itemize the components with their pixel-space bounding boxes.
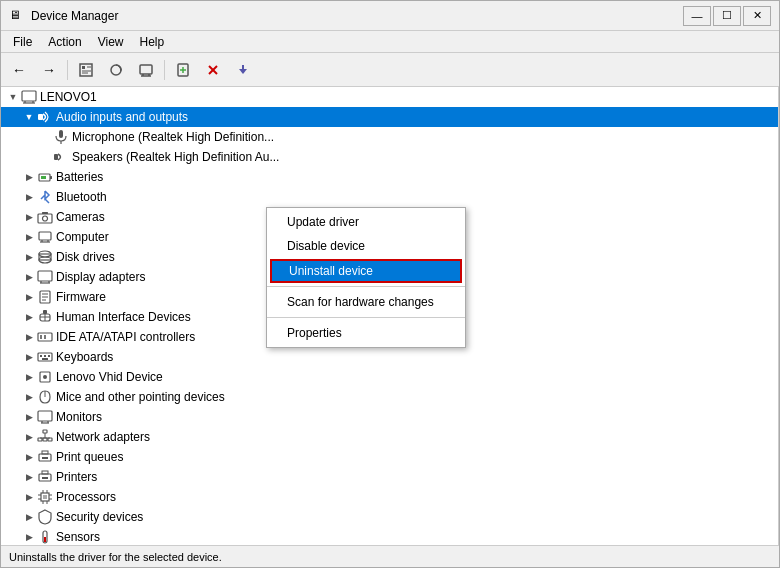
- ctx-separator-2: [267, 317, 465, 318]
- minimize-button[interactable]: —: [683, 6, 711, 26]
- svg-rect-58: [42, 358, 48, 360]
- svg-rect-55: [40, 355, 42, 357]
- expand-display[interactable]: ▶: [21, 269, 37, 285]
- tree-label-disk: Disk drives: [56, 250, 115, 264]
- menu-help[interactable]: Help: [132, 33, 173, 51]
- ctx-scan-changes[interactable]: Scan for hardware changes: [267, 290, 465, 314]
- printers-icon: [37, 469, 53, 485]
- expand-disk[interactable]: ▶: [21, 249, 37, 265]
- expand-computer[interactable]: ▶: [21, 229, 37, 245]
- expand-firmware[interactable]: ▶: [21, 289, 37, 305]
- tree-item-microphone[interactable]: ▶ Microphone (Realtek High Definition...: [1, 127, 778, 147]
- expand-print-queues[interactable]: ▶: [21, 449, 37, 465]
- expand-ide[interactable]: ▶: [21, 329, 37, 345]
- toolbar-update-button[interactable]: [229, 57, 257, 83]
- expand-mice[interactable]: ▶: [21, 389, 37, 405]
- close-button[interactable]: ✕: [743, 6, 771, 26]
- tree-label-audio: Audio inputs and outputs: [56, 110, 188, 124]
- expand-security[interactable]: ▶: [21, 509, 37, 525]
- tree-item-printers[interactable]: ▶ Printers: [1, 467, 778, 487]
- tree-label-printers: Printers: [56, 470, 97, 484]
- keyboard-icon: [37, 349, 53, 365]
- menu-bar: File Action View Help: [1, 31, 779, 53]
- tree-item-security[interactable]: ▶ Security devices: [1, 507, 778, 527]
- firmware-icon: [37, 289, 53, 305]
- expand-audio[interactable]: ▼: [21, 109, 37, 125]
- tree-item-lenovo1[interactable]: ▼ LENOVO1: [1, 87, 778, 107]
- expand-lenovo-vhid[interactable]: ▶: [21, 369, 37, 385]
- svg-rect-0: [80, 64, 92, 76]
- maximize-button[interactable]: ☐: [713, 6, 741, 26]
- tree-label-security: Security devices: [56, 510, 143, 524]
- tree-item-monitors[interactable]: ▶ Monitors: [1, 407, 778, 427]
- tree-item-print-queues[interactable]: ▶ Print queues: [1, 447, 778, 467]
- menu-action[interactable]: Action: [40, 33, 89, 51]
- tree-item-processors[interactable]: ▶ Processors: [1, 487, 778, 507]
- tree-item-bluetooth[interactable]: ▶ Bluetooth: [1, 187, 778, 207]
- tree-item-speakers[interactable]: ▶ Speakers (Realtek High Definition Au..…: [1, 147, 778, 167]
- svg-rect-27: [50, 176, 52, 179]
- svg-rect-17: [242, 65, 244, 70]
- hid-icon: [37, 309, 53, 325]
- expand-monitors[interactable]: ▶: [21, 409, 37, 425]
- svg-rect-52: [40, 335, 42, 339]
- tree-item-keyboards[interactable]: ▶ Keyboards: [1, 347, 778, 367]
- tree-item-batteries[interactable]: ▶ Batteries: [1, 167, 778, 187]
- svg-rect-66: [43, 430, 47, 433]
- tree-panel[interactable]: ▼ LENOVO1 ▼ Audio inputs and outputs ▶: [1, 87, 779, 545]
- tree-item-audio[interactable]: ▼ Audio inputs and outputs: [1, 107, 778, 127]
- ctx-uninstall-device[interactable]: Uninstall device: [270, 259, 462, 283]
- tree-label-lenovo-vhid: Lenovo Vhid Device: [56, 370, 163, 384]
- cameras-icon: [37, 209, 53, 225]
- computer-icon: [21, 89, 37, 105]
- tree-label-mice: Mice and other pointing devices: [56, 390, 225, 404]
- title-bar-buttons: — ☐ ✕: [683, 6, 771, 26]
- svg-rect-62: [38, 411, 52, 421]
- expand-bluetooth[interactable]: ▶: [21, 189, 37, 205]
- expand-lenovo1[interactable]: ▼: [5, 89, 21, 105]
- tree-item-sensors[interactable]: ▶ Sensors: [1, 527, 778, 545]
- svg-rect-18: [22, 91, 36, 101]
- ctx-update-driver[interactable]: Update driver: [267, 210, 465, 234]
- tree-item-network[interactable]: ▶ Network adapters: [1, 427, 778, 447]
- toolbar-scan-button[interactable]: [102, 57, 130, 83]
- tree-label-print-queues: Print queues: [56, 450, 123, 464]
- tree-label-display: Display adapters: [56, 270, 145, 284]
- menu-view[interactable]: View: [90, 33, 132, 51]
- tree-label-bluetooth: Bluetooth: [56, 190, 107, 204]
- expand-printers[interactable]: ▶: [21, 469, 37, 485]
- ctx-disable-device[interactable]: Disable device: [267, 234, 465, 258]
- toolbar-add-button[interactable]: [169, 57, 197, 83]
- expand-processors[interactable]: ▶: [21, 489, 37, 505]
- tree-label-processors: Processors: [56, 490, 116, 504]
- tree-item-lenovo-vhid[interactable]: ▶ Lenovo Vhid Device: [1, 367, 778, 387]
- svg-rect-7: [140, 65, 152, 74]
- svg-rect-78: [42, 477, 48, 479]
- expand-batteries[interactable]: ▶: [21, 169, 37, 185]
- menu-file[interactable]: File: [5, 33, 40, 51]
- expand-cameras[interactable]: ▶: [21, 209, 37, 225]
- expand-network[interactable]: ▶: [21, 429, 37, 445]
- processors-icon: [37, 489, 53, 505]
- expand-keyboards[interactable]: ▶: [21, 349, 37, 365]
- svg-rect-77: [42, 471, 48, 474]
- toolbar-back-button[interactable]: ←: [5, 57, 33, 83]
- tree-label-firmware: Firmware: [56, 290, 106, 304]
- toolbar-remove-button[interactable]: [199, 57, 227, 83]
- svg-rect-56: [44, 355, 46, 357]
- svg-rect-31: [42, 212, 48, 214]
- expand-hid[interactable]: ▶: [21, 309, 37, 325]
- toolbar-properties-button[interactable]: [72, 57, 100, 83]
- security-icon: [37, 509, 53, 525]
- ctx-properties[interactable]: Properties: [267, 321, 465, 345]
- tree-item-mice[interactable]: ▶ Mice and other pointing devices: [1, 387, 778, 407]
- expand-sensors[interactable]: ▶: [21, 529, 37, 545]
- svg-rect-74: [42, 451, 48, 454]
- toolbar-forward-button[interactable]: →: [35, 57, 63, 83]
- lenovo-vhid-icon: [37, 369, 53, 385]
- ctx-separator-1: [267, 286, 465, 287]
- context-menu: Update driver Disable device Uninstall d…: [266, 207, 466, 348]
- svg-rect-23: [59, 130, 63, 138]
- microphone-icon: [53, 129, 69, 145]
- toolbar-device-manager-button[interactable]: [132, 57, 160, 83]
